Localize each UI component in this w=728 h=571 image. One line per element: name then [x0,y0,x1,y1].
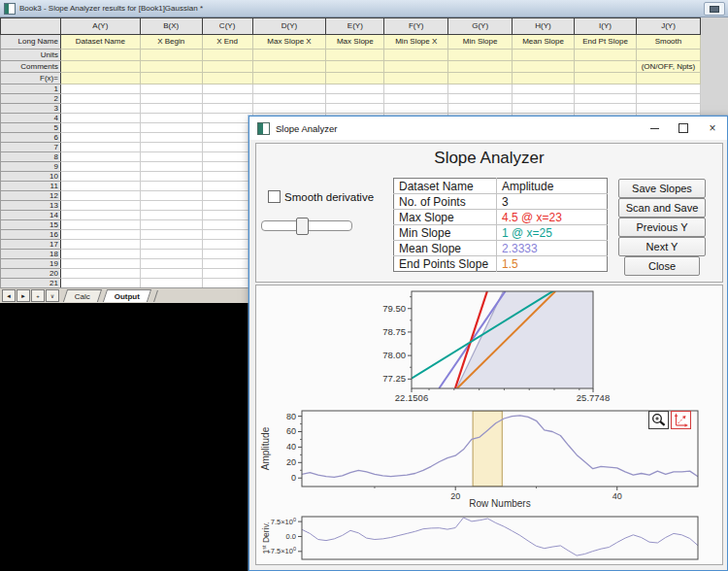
data-cell[interactable] [140,240,202,250]
header-cell[interactable] [448,50,513,61]
data-cell[interactable] [60,201,140,211]
row-label[interactable]: F(x)= [1,73,61,84]
header-cell[interactable] [326,73,384,84]
header-cell[interactable] [252,73,326,84]
data-cell[interactable] [140,259,202,269]
data-cell[interactable] [448,94,513,104]
header-cell[interactable]: Min Slope X [384,35,448,50]
data-cell[interactable] [636,84,700,94]
data-cell[interactable] [202,250,252,259]
data-cell[interactable] [140,133,202,143]
data-cell[interactable] [252,94,326,104]
data-cell[interactable] [575,104,637,114]
header-cell[interactable] [384,73,448,84]
column-header[interactable]: D(Y) [252,18,326,35]
header-cell[interactable] [636,50,700,61]
header-cell[interactable]: Dataset Name [60,35,140,50]
row-number[interactable]: 6 [1,133,61,143]
data-cell[interactable] [60,279,140,288]
row-number[interactable]: 5 [1,123,61,133]
data-cell[interactable] [636,94,700,104]
column-header[interactable]: I(Y) [575,18,637,35]
data-cell[interactable] [140,191,202,201]
data-cell[interactable] [60,152,140,162]
data-cell[interactable] [140,211,202,220]
row-number[interactable]: 13 [1,201,61,211]
dialog-titlebar[interactable]: Slope Analyzer × [249,117,727,140]
data-cell[interactable] [202,172,252,182]
data-cell[interactable] [140,250,202,259]
next-y-button[interactable]: Next Y [618,237,706,256]
data-cell[interactable] [575,84,637,94]
data-cell[interactable] [202,104,252,114]
data-cell[interactable] [636,104,700,114]
column-header[interactable]: B(X) [140,18,202,35]
row-number[interactable]: 12 [1,191,61,201]
minimize-button[interactable] [640,117,669,140]
data-cell[interactable] [60,172,140,182]
maximize-button[interactable] [669,117,698,140]
data-cell[interactable] [140,152,202,162]
data-cell[interactable] [60,143,140,152]
data-cell[interactable] [384,104,448,114]
header-cell[interactable] [202,50,252,61]
corner-cell[interactable] [1,18,61,35]
data-cell[interactable] [202,201,252,211]
row-label[interactable]: Comments [1,61,61,73]
data-cell[interactable] [513,84,575,94]
sheet-tab-calc[interactable]: Calc [63,289,102,302]
data-cell[interactable] [60,162,140,172]
data-cell[interactable] [252,84,326,94]
row-number[interactable]: 7 [1,143,61,152]
data-cell[interactable] [202,133,252,143]
row-number[interactable]: 1 [1,84,61,94]
data-cell[interactable] [202,94,252,104]
data-cell[interactable] [326,84,384,94]
data-cell[interactable] [60,259,140,269]
data-cell[interactable] [202,269,252,279]
header-cell[interactable] [575,61,637,73]
column-header[interactable]: J(Y) [636,18,700,35]
sheet-tab-output[interactable]: Output [103,289,151,302]
row-number[interactable]: 9 [1,162,61,172]
data-cell[interactable] [326,104,384,114]
header-cell[interactable] [448,73,513,84]
header-cell[interactable]: (ON/OFF, Npts) [636,61,700,73]
row-label[interactable]: Units [1,50,61,61]
data-cell[interactable] [60,269,140,279]
data-cell[interactable] [60,191,140,201]
row-number[interactable]: 17 [1,240,61,250]
data-cell[interactable] [60,94,140,104]
data-cell[interactable] [60,114,140,123]
header-cell[interactable] [326,50,384,61]
row-number[interactable]: 4 [1,114,61,123]
header-cell[interactable] [636,73,700,84]
header-cell[interactable] [575,50,637,61]
data-cell[interactable] [202,191,252,201]
data-cell[interactable] [60,240,140,250]
data-cell[interactable] [202,162,252,172]
data-cell[interactable] [575,94,637,104]
data-cell[interactable] [60,220,140,230]
slider-thumb[interactable] [296,218,309,235]
data-cell[interactable] [140,230,202,240]
data-cell[interactable] [60,230,140,240]
header-cell[interactable] [60,61,140,73]
add-sheet-button[interactable]: + [31,289,45,302]
row-number[interactable]: 11 [1,182,61,191]
data-cell[interactable] [513,104,575,114]
close-button[interactable]: × [698,117,727,140]
data-cell[interactable] [140,201,202,211]
header-cell[interactable]: X Begin [140,35,202,50]
data-cell[interactable] [202,143,252,152]
column-header[interactable]: G(Y) [448,18,513,35]
data-cell[interactable] [448,104,513,114]
row-number[interactable]: 21 [1,279,61,288]
row-number[interactable]: 3 [1,104,61,114]
header-cell[interactable] [202,61,252,73]
data-cell[interactable] [60,104,140,114]
header-cell[interactable] [513,73,575,84]
header-cell[interactable] [140,73,202,84]
zoom-in-tool-button[interactable] [648,411,669,429]
header-cell[interactable] [448,61,513,73]
